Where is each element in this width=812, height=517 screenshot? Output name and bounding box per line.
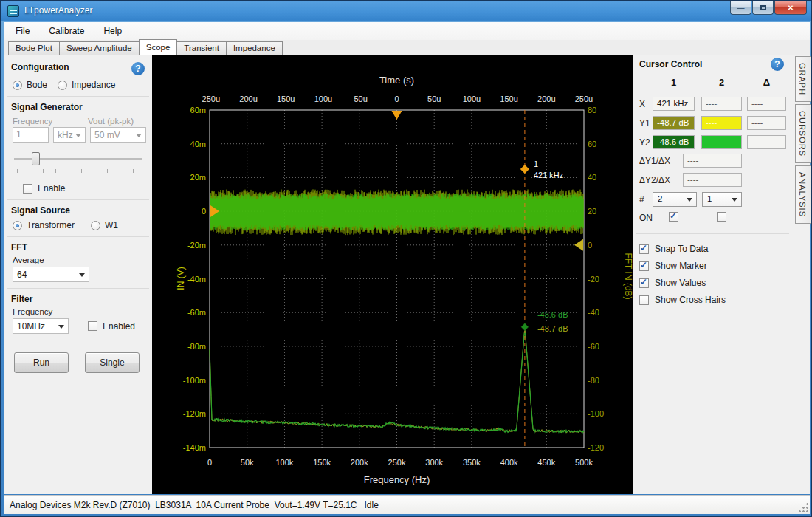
svg-text:-60: -60 (588, 342, 599, 351)
svg-text:-150u: -150u (274, 95, 295, 103)
tab-impedance[interactable]: Impedance (226, 41, 283, 55)
bode-radio[interactable] (13, 81, 22, 90)
transformer-radio[interactable] (13, 221, 22, 230)
svg-text:500k: 500k (575, 458, 593, 467)
svg-text:100k: 100k (275, 458, 293, 467)
peak-marker[interactable] (521, 323, 529, 331)
frequency-input[interactable]: 1 (13, 127, 49, 143)
signal-generator-header: Signal Generator (11, 102, 83, 112)
menu-calibrate[interactable]: Calibrate (41, 24, 92, 38)
chevron-down-icon (75, 134, 81, 137)
tab-transient[interactable]: Transient (176, 41, 227, 55)
tab-cursors[interactable]: CURSORS (795, 104, 811, 163)
snap-to-data-checkbox[interactable] (639, 244, 649, 254)
divider (7, 199, 149, 200)
cursor1-y2-value: -48.6 dB (653, 135, 695, 149)
show-cross-hairs-checkbox[interactable] (639, 295, 649, 305)
svg-text:-100: -100 (588, 409, 604, 418)
divider (636, 233, 789, 234)
tab-bode-plot[interactable]: Bode Plot (8, 41, 60, 55)
maximize-button[interactable] (752, 1, 774, 15)
run-button[interactable]: Run (14, 352, 69, 373)
show-marker-checkbox[interactable] (639, 261, 649, 271)
fft-channel-marker[interactable] (574, 239, 583, 251)
maximize-icon (760, 5, 766, 10)
active-cursor-select[interactable]: 1 (702, 192, 742, 207)
close-button[interactable]: ✕ (774, 1, 807, 15)
cursor2-on-checkbox[interactable] (717, 212, 726, 222)
tab-scope[interactable]: Scope (139, 39, 178, 55)
filter-enabled-checkbox[interactable] (88, 321, 97, 331)
minimize-button[interactable]: — (730, 1, 751, 15)
time-zero-marker[interactable] (392, 111, 402, 120)
cursor-col-1: 1 (653, 77, 695, 88)
svg-text:-100m: -100m (183, 376, 206, 385)
slider-thumb[interactable] (32, 152, 40, 165)
transformer-radio-label: Transformer (27, 220, 75, 230)
fft-average-select[interactable]: 64 (13, 267, 89, 282)
cursor1-on-checkbox[interactable] (669, 212, 678, 222)
title-bar[interactable]: LTpowerAnalyzer — ✕ (1, 1, 812, 21)
show-values-checkbox[interactable] (639, 278, 649, 288)
menu-file[interactable]: File (8, 24, 37, 38)
cursor-control-panel: Cursor Control ? 1 2 Δ X 421 kHz ---- --… (633, 55, 795, 494)
frequency-slider[interactable] (14, 151, 142, 166)
filter-header: Filter (11, 294, 32, 304)
svg-text:100u: 100u (463, 95, 481, 103)
main-content: Configuration ? Bode Impedance Signal Ge… (4, 55, 810, 494)
svg-text:0: 0 (207, 458, 212, 467)
divider (7, 96, 149, 97)
resize-grip-icon[interactable] (798, 502, 808, 512)
cursor-count-label: # (639, 194, 644, 205)
svg-text:40m: 40m (190, 140, 206, 148)
cursor1-y1-value: -48.7 dB (653, 116, 695, 130)
divider (7, 288, 149, 289)
impedance-radio[interactable] (58, 81, 67, 90)
cursor-1-marker[interactable] (520, 165, 529, 174)
side-tab-strip: GRAPH CURSORS ANALYSIS (795, 56, 811, 226)
divider (7, 340, 149, 340)
svg-text:-140m: -140m (183, 443, 206, 452)
tab-analysis[interactable]: ANALYSIS (795, 165, 811, 224)
cursor-count-select[interactable]: 2 (653, 192, 697, 207)
chevron-down-icon (79, 273, 85, 277)
settings-panel: Configuration ? Bode Impedance Signal Ge… (4, 55, 152, 494)
single-button[interactable]: Single (85, 352, 140, 373)
svg-text:50u: 50u (427, 95, 441, 103)
delta-y2-value: ---- (747, 135, 786, 149)
w1-radio-label: W1 (105, 220, 118, 230)
svg-text:Time (s): Time (s) (379, 75, 414, 86)
svg-text:-120: -120 (588, 443, 604, 452)
svg-text:-50u: -50u (351, 95, 368, 103)
svg-text:-20: -20 (588, 275, 599, 284)
svg-text:-20m: -20m (187, 241, 206, 250)
frequency-unit-select[interactable]: kHz (53, 127, 86, 143)
svg-text:-48.6 dB: -48.6 dB (537, 310, 568, 319)
signal-source-header: Signal Source (11, 205, 70, 216)
snap-to-data-label: Snap To Data (655, 244, 709, 254)
svg-text:150k: 150k (313, 458, 331, 467)
w1-radio[interactable] (91, 221, 100, 230)
config-help-icon[interactable]: ? (131, 62, 145, 75)
status-text: Analog Devices M2k Rev.D (Z7010) LB3031A… (10, 500, 379, 510)
cursor-help-icon[interactable]: ? (771, 58, 784, 71)
tab-sweep-amplitude[interactable]: Sweep Amplitude (59, 41, 140, 55)
tab-graph[interactable]: GRAPH (795, 56, 811, 102)
svg-text:40: 40 (588, 173, 596, 182)
cursor2-y1-value: ---- (701, 116, 742, 130)
scope-plot[interactable]: -250u-200u-150u-100u-50u050u100u150u200u… (152, 55, 633, 494)
filter-enabled-label: Enabled (103, 321, 135, 332)
svg-text:-100u: -100u (312, 95, 332, 103)
svg-text:-250u: -250u (199, 95, 220, 103)
cursor-control-header: Cursor Control (639, 59, 702, 69)
cursor-col-2: 2 (701, 77, 742, 88)
app-window: LTpowerAnalyzer — ✕ File Calibrate Help … (0, 0, 812, 517)
enable-checkbox[interactable] (23, 184, 32, 194)
svg-text:-80m: -80m (187, 342, 206, 351)
vout-select[interactable]: 50 mV (90, 127, 146, 143)
chevron-down-icon (58, 325, 64, 329)
average-label: Average (13, 256, 145, 264)
filter-frequency-select[interactable]: 10MHz (13, 318, 69, 334)
window-title: LTpowerAnalyzer (24, 5, 92, 16)
menu-help[interactable]: Help (96, 24, 129, 38)
